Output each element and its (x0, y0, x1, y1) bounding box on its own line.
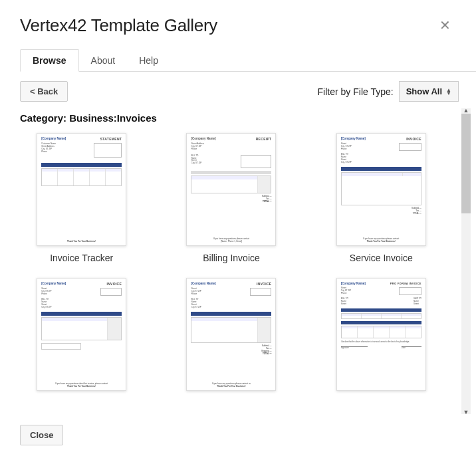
template-card[interactable]: [Company Name] INVOICE StreetCity, ST ZI… (320, 133, 443, 263)
filter-label: Filter by File Type: (318, 86, 394, 97)
filter-value: Show All (406, 86, 442, 96)
tab-about[interactable]: About (79, 50, 128, 71)
thumb-doctype: INVOICE (106, 282, 122, 286)
thumb-company: [Company Name] (341, 282, 366, 285)
thumb-company: [Company Name] (41, 137, 66, 141)
thumb-doctype: STATEMENT (100, 137, 122, 141)
template-thumbnail: [Company Name] STATEMENT Customer NameSt… (37, 133, 126, 246)
thumb-doctype: PRO FORMA INVOICE (390, 282, 421, 285)
template-thumbnail: [Company Name] INVOICE StreetCity ST ZIP… (186, 278, 276, 391)
thumb-company: [Company Name] (191, 282, 215, 286)
back-button[interactable]: < Back (20, 81, 68, 102)
template-thumbnail: [Company Name] PRO FORMA INVOICE StreetC… (336, 278, 426, 391)
template-grid: [Company Name] STATEMENT Customer NameSt… (20, 133, 456, 398)
close-button[interactable]: Close (20, 425, 63, 445)
dialog-footer: Close (0, 414, 476, 456)
close-icon[interactable]: ✕ (434, 15, 456, 36)
thumb-company: [Company Name] (191, 137, 215, 141)
scroll-up-icon[interactable]: ▲ (461, 108, 471, 114)
scroll-down-icon[interactable]: ▼ (461, 409, 471, 414)
filter-select[interactable]: Show All ▲▼ (399, 81, 459, 102)
template-card[interactable]: [Company Name] PRO FORMA INVOICE StreetC… (320, 278, 443, 398)
template-card[interactable]: [Company Name] STATEMENT Customer NameSt… (20, 133, 143, 263)
template-thumbnail: [Company Name] INVOICE StreetCity, ST ZI… (336, 133, 426, 246)
scrollbar[interactable]: ▲ ▼ (461, 108, 471, 414)
tab-help[interactable]: Help (127, 50, 170, 71)
thumb-company: [Company Name] (41, 282, 66, 286)
template-label: Invoice Tracker (50, 253, 113, 263)
dialog-title: Vertex42 Template Gallery (20, 15, 217, 36)
thumb-doctype: INVOICE (257, 282, 272, 286)
filter-wrap: Filter by File Type: Show All ▲▼ (318, 81, 459, 102)
thumb-doctype: INVOICE (406, 137, 421, 141)
thumb-doctype: RECEIPT (256, 137, 272, 141)
toolbar: < Back Filter by File Type: Show All ▲▼ (0, 72, 476, 108)
tab-bar: Browse About Help (20, 49, 476, 72)
dialog-header: Vertex42 Template Gallery ✕ (0, 0, 476, 43)
template-label: Service Invoice (350, 253, 413, 263)
template-thumbnail: [Company Name] INVOICE StreetCity ST ZIP… (37, 278, 126, 391)
sort-icon: ▲▼ (446, 88, 451, 95)
template-card[interactable]: [Company Name] RECEIPT Street AddressCit… (170, 133, 293, 263)
template-card[interactable]: [Company Name] INVOICE StreetCity ST ZIP… (170, 278, 293, 398)
scroll-thumb[interactable] (461, 114, 471, 213)
template-thumbnail: [Company Name] RECEIPT Street AddressCit… (186, 133, 276, 246)
template-label: Billing Invoice (203, 253, 260, 263)
dialog: Vertex42 Template Gallery ✕ Browse About… (0, 0, 476, 456)
template-card[interactable]: [Company Name] INVOICE StreetCity ST ZIP… (20, 278, 143, 398)
content-area: Category: Business:Invoices [Company Nam… (0, 108, 476, 414)
tab-browse[interactable]: Browse (20, 49, 79, 72)
thumb-company: [Company Name] (341, 137, 366, 141)
category-heading: Category: Business:Invoices (20, 112, 456, 124)
